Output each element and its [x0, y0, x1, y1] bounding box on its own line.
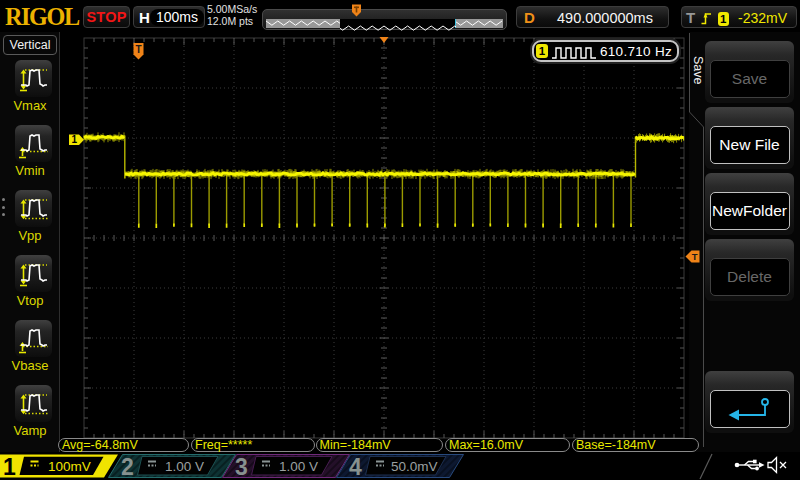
svg-text:1: 1: [3, 454, 16, 480]
svg-text:100mV: 100mV: [48, 459, 91, 474]
svg-text:T: T: [692, 251, 698, 262]
svg-text:2: 2: [121, 454, 134, 480]
svg-text:1.00 V: 1.00 V: [165, 459, 204, 474]
svg-text:4: 4: [349, 454, 362, 480]
svg-text:1.00 V: 1.00 V: [279, 459, 318, 474]
svg-text:1: 1: [72, 134, 78, 145]
svg-text:T: T: [135, 44, 141, 55]
svg-text:3: 3: [235, 454, 248, 480]
svg-text:50.0mV: 50.0mV: [391, 459, 438, 474]
